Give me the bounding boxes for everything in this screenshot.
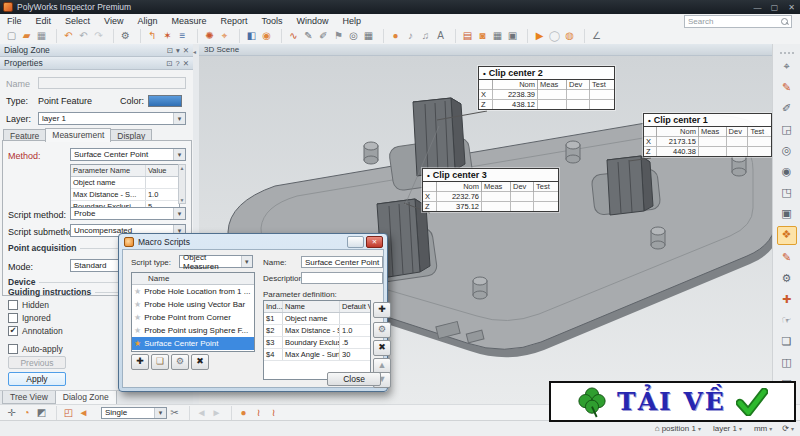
device-arm-alt-icon[interactable]: ≀ (266, 406, 281, 420)
favorite-star-icon[interactable]: ★ (134, 326, 141, 335)
menu-item[interactable]: Align (130, 15, 164, 27)
menu-item[interactable]: Help (335, 15, 368, 27)
measurement-annotation[interactable]: • Clip center 3 Nom Meas Dev Test X 2232… (422, 168, 559, 212)
visibility-eye-icon[interactable]: ◉ (778, 163, 796, 180)
stamp-tool-icon[interactable]: ✐ (778, 100, 796, 117)
add-script-button[interactable]: ✚ (131, 354, 149, 370)
minimize-button[interactable]: — (749, 3, 766, 12)
layer-select[interactable]: layer 1 ▾ (38, 112, 186, 125)
delete-script-button[interactable]: ✖ (191, 354, 209, 370)
probe-align-icon[interactable]: ✛ (4, 406, 19, 420)
chart-icon[interactable]: ∠ (584, 29, 604, 43)
macro-scripts-dialog[interactable]: Macro Scripts ✕ Script type: Object Meas… (118, 233, 388, 392)
checkbox-box[interactable] (8, 344, 18, 354)
annotation-add-icon[interactable]: ✚ (778, 291, 796, 308)
camera-icon[interactable]: ▣ (505, 29, 520, 43)
checkbox-box[interactable]: ✔ (8, 326, 18, 336)
prev-icon[interactable]: ◄ (189, 406, 209, 420)
clay-icon[interactable]: ● (383, 29, 403, 43)
menu-item[interactable]: File (0, 15, 29, 27)
undo-list-icon[interactable]: ↶ (76, 29, 91, 43)
description-field[interactable] (301, 272, 383, 284)
probing-mode-select[interactable]: Single ▾ (101, 407, 167, 419)
delete-parameter-button[interactable]: ✖ (373, 340, 391, 356)
report-table-icon[interactable]: ▦ (490, 29, 505, 43)
duplicate-script-button[interactable]: ❏ (151, 354, 169, 370)
apply-button[interactable]: Apply (8, 372, 66, 386)
clip-1[interactable] (607, 156, 653, 215)
search-input[interactable]: Search (684, 15, 792, 28)
close-icon[interactable]: ✕ (183, 46, 189, 55)
collapse-icon[interactable]: ▾ (176, 46, 180, 55)
status-item[interactable]: layer 1 ▾ (711, 424, 742, 433)
favorite-star-icon[interactable]: ★ (134, 287, 141, 296)
wrench-icon[interactable]: ⚙ (778, 270, 796, 287)
macro-script-item[interactable]: ★ Probe Hole using Vector Bar (132, 298, 254, 311)
measurement-annotation[interactable]: • Clip center 1 Nom Meas Dev Test X 2173… (643, 113, 772, 157)
help-icon[interactable]: ? (176, 59, 180, 68)
maximize-button[interactable]: ▢ (766, 3, 783, 12)
record-icon[interactable]: ◯ (547, 29, 562, 43)
macro-script-item[interactable]: ★ Probe Hole Location from 1 ... (132, 285, 254, 298)
viewpoint-icon[interactable]: ▣ (778, 205, 796, 222)
checkbox-box[interactable] (8, 300, 18, 310)
parameter-definition-table[interactable]: Ind... Name Default Value $1 Object name… (263, 300, 371, 380)
capture-icon[interactable]: ◙ (475, 29, 490, 43)
bounding-box-icon[interactable]: ◳ (778, 184, 796, 201)
edit-script-button[interactable]: ⚙ (171, 354, 189, 370)
pen-icon[interactable]: ✎ (301, 29, 316, 43)
object-note-icon[interactable]: ◫ (778, 354, 796, 371)
menu-item[interactable]: Report (213, 15, 254, 27)
align-star-icon[interactable]: ✶ (160, 29, 175, 43)
measurement-annotation[interactable]: • Clip center 2 Nom Meas Dev Test X 2238… (478, 66, 615, 110)
find-icon[interactable]: ◎ (346, 29, 361, 43)
table-add-icon[interactable]: ▦ (361, 29, 376, 43)
parameter-definition-row[interactable]: $2 Max Distance - Su... 1.0 (264, 325, 370, 337)
device-arm-icon[interactable]: ≀ (251, 406, 266, 420)
probe-color-icon[interactable]: ◔ (19, 406, 34, 420)
scissors-icon[interactable]: ✂ (167, 406, 182, 420)
checkbox-auto-apply[interactable]: Auto-apply (8, 344, 63, 354)
probe-signal-icon[interactable]: ◄ (76, 406, 91, 420)
parameter-row[interactable]: Max Distance - S... 1.0 (71, 189, 179, 201)
favorite-star-icon[interactable]: ★ (134, 339, 141, 348)
menu-item[interactable]: Tools (254, 15, 289, 27)
checkbox-annotation[interactable]: ✔ Annotation (8, 326, 63, 336)
toolbar-grip[interactable] (780, 52, 794, 54)
probe-tool-icon[interactable]: ✎ (778, 79, 796, 96)
tab-tree-view[interactable]: Tree View (2, 391, 56, 404)
edit-parameter-button[interactable]: ⚙ (373, 322, 391, 338)
compare-icon[interactable]: ◉ (259, 29, 274, 43)
status-item[interactable]: ⌂ position 1 ▾ (655, 424, 701, 433)
import-icon[interactable]: ↰ (140, 29, 160, 43)
open-folder-icon[interactable]: ▰ (19, 29, 34, 43)
menu-item[interactable]: Edit (29, 15, 59, 27)
color-swatch[interactable] (148, 95, 182, 107)
screen-probe-icon[interactable]: ◰ (56, 406, 76, 420)
redo-icon[interactable]: ↷ (91, 29, 106, 43)
checkbox-ignored[interactable]: Ignored (8, 313, 51, 323)
undo-icon[interactable]: ↶ (56, 29, 76, 43)
device-position-icon[interactable]: ✺ (197, 29, 217, 43)
flag-icon[interactable]: ⚑ (331, 29, 346, 43)
menu-item[interactable]: View (97, 15, 130, 27)
parameter-definition-row[interactable]: $1 Object name (264, 313, 370, 325)
close-button[interactable]: ✕ (783, 3, 800, 12)
script-type-select[interactable]: Object Measuren ▾ (179, 255, 253, 268)
macro-script-item[interactable]: ★ Surface Center Point (132, 337, 254, 350)
hand-pick-icon[interactable]: ☞ (778, 312, 796, 329)
splitter-collapse-icon[interactable]: ◂ (193, 48, 196, 55)
digital-readout-icon[interactable]: ≡ (175, 29, 190, 43)
method-select[interactable]: Surface Center Point ▾ (70, 148, 186, 161)
parameter-definition-row[interactable]: $4 Max Angle - Surfa... 30 (264, 349, 370, 361)
pin-icon[interactable]: ⊡ (166, 59, 172, 68)
close-icon[interactable]: ✕ (183, 59, 189, 68)
clip-2[interactable] (413, 98, 465, 176)
transform-tool-icon[interactable]: ⌖ (778, 58, 796, 75)
menu-item[interactable]: Measure (164, 15, 213, 27)
refresh-control[interactable]: ⟳ ▾ (782, 424, 794, 433)
save-icon[interactable]: ▦ (34, 29, 49, 43)
script-method-select[interactable]: Probe ▾ (70, 207, 186, 220)
colormap-icon[interactable]: ◧ (239, 29, 259, 43)
curve-icon[interactable]: ∿ (281, 29, 301, 43)
